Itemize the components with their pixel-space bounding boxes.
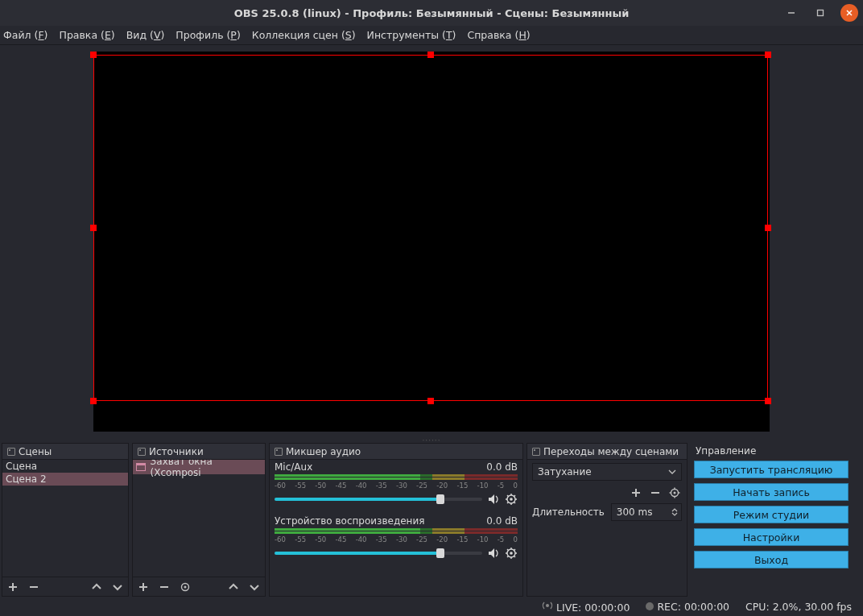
close-button[interactable] — [840, 4, 858, 22]
dock-row: Сцены СценаСцена 2 Источники Захват окна… — [0, 443, 863, 597]
mixer-channel: Устройство воспроизведения0.0 dB-60-55-5… — [275, 515, 518, 560]
vu-ticks: -60-55-50-45-40-35-30-25-20-15-10-50 — [275, 482, 518, 490]
remove-transition-button[interactable] — [648, 486, 663, 500]
handle-nw[interactable] — [90, 52, 97, 58]
preview-area[interactable] — [0, 45, 863, 438]
menu-scene-collection[interactable]: Коллекция сцен (S) — [252, 29, 356, 41]
volume-slider[interactable] — [275, 552, 482, 555]
controls-body: Запустить трансляциюНачать записьРежим с… — [691, 459, 852, 570]
scene-item[interactable]: Сцена 2 — [2, 473, 128, 486]
duration-label: Длительность — [532, 506, 605, 518]
preview-canvas[interactable] — [93, 52, 770, 432]
svg-point-25 — [510, 552, 513, 555]
svg-line-32 — [507, 556, 509, 558]
add-transition-button[interactable] — [629, 486, 643, 500]
selection-box[interactable] — [93, 55, 768, 401]
minimize-button[interactable] — [782, 4, 800, 22]
source-item[interactable]: Захват окна (Xcomposi — [133, 460, 265, 474]
dock-icon — [7, 448, 15, 456]
handle-se[interactable] — [765, 398, 771, 404]
svg-marker-23 — [489, 548, 494, 558]
menu-edit[interactable]: Правка (E) — [59, 29, 114, 41]
audio-mixer-title[interactable]: Микшер аудио — [270, 444, 522, 460]
menubar: Файл (F) Правка (E) Вид (V) Профиль (P) … — [0, 26, 863, 45]
scenes-dock: Сцены СценаСцена 2 — [2, 443, 129, 597]
move-scene-up-button[interactable] — [89, 580, 104, 594]
chevron-down-icon — [668, 469, 676, 474]
add-scene-button[interactable] — [6, 580, 20, 594]
handle-ne[interactable] — [765, 52, 771, 58]
svg-line-21 — [507, 502, 509, 504]
add-source-button[interactable] — [136, 580, 151, 594]
menu-help[interactable]: Справка (H) — [467, 29, 530, 41]
scenes-title[interactable]: Сцены — [2, 444, 128, 460]
dock-icon — [532, 448, 540, 456]
handle-e[interactable] — [765, 225, 771, 231]
spin-arrows[interactable] — [671, 508, 678, 516]
settings-button[interactable]: Настройки — [694, 528, 849, 546]
audio-mixer-dock: Микшер аудио Mic/Aux0.0 dB-60-55-50-45-4… — [269, 443, 523, 597]
remove-scene-button[interactable] — [27, 580, 41, 594]
sources-title[interactable]: Источники — [133, 444, 265, 460]
transition-select[interactable]: Затухание — [532, 463, 682, 481]
titlebar: OBS 25.0.8 (linux) - Профиль: Безымянный… — [0, 0, 863, 26]
menu-tools[interactable]: Инструменты (T) — [367, 29, 456, 41]
source-properties-button[interactable] — [178, 580, 192, 594]
channel-db: 0.0 dB — [486, 515, 518, 527]
gear-icon[interactable] — [505, 493, 518, 506]
exit-button[interactable]: Выход — [694, 551, 849, 568]
move-source-down-button[interactable] — [247, 580, 262, 594]
remove-source-button[interactable] — [157, 580, 171, 594]
scene-item[interactable]: Сцена — [2, 460, 128, 473]
duration-spinbox[interactable]: 300 ms — [611, 503, 682, 521]
source-label: Захват окна (Xcomposi — [151, 460, 262, 478]
window-title: OBS 25.0.8 (linux) - Профиль: Безымянный… — [234, 7, 630, 19]
svg-line-33 — [514, 549, 516, 551]
broadcast-icon — [542, 600, 553, 611]
gear-icon[interactable] — [505, 547, 518, 560]
controls-dock: Управление Запустить трансляциюНачать за… — [691, 443, 852, 597]
start-streaming-button[interactable]: Запустить трансляцию — [694, 461, 849, 478]
menu-profile[interactable]: Профиль (P) — [175, 29, 240, 41]
menu-view[interactable]: Вид (V) — [126, 29, 165, 41]
svg-line-30 — [507, 549, 509, 551]
svg-line-31 — [514, 556, 516, 558]
transitions-body: Затухание Длительность 300 ms — [527, 460, 687, 524]
volume-slider[interactable] — [275, 498, 482, 501]
channel-db: 0.0 dB — [486, 461, 518, 473]
sources-list[interactable]: Захват окна (Xcomposi — [133, 460, 265, 577]
svg-line-19 — [507, 495, 509, 497]
transition-selected-label: Затухание — [538, 466, 592, 478]
studio-mode-button[interactable]: Режим студии — [694, 506, 849, 523]
scenes-list[interactable]: СценаСцена 2 — [2, 460, 128, 577]
menu-file[interactable]: Файл (F) — [3, 29, 47, 41]
speaker-icon[interactable] — [487, 493, 500, 506]
maximize-button[interactable] — [811, 4, 829, 22]
controls-title: Управление — [691, 443, 852, 459]
vu-ticks: -60-55-50-45-40-35-30-25-20-15-10-50 — [275, 535, 518, 544]
speaker-icon[interactable] — [487, 547, 500, 560]
window-capture-icon — [136, 463, 146, 471]
window-controls — [782, 0, 858, 26]
svg-point-11 — [184, 585, 187, 588]
chevron-down-icon — [671, 512, 678, 516]
transitions-title[interactable]: Переходы между сценами — [527, 444, 687, 460]
move-scene-down-button[interactable] — [110, 580, 125, 594]
move-source-up-button[interactable] — [226, 580, 241, 594]
svg-point-43 — [546, 604, 549, 607]
handle-sw[interactable] — [90, 398, 97, 404]
scenes-toolbar — [2, 577, 128, 596]
vu-meter — [275, 528, 518, 535]
svg-point-38 — [674, 492, 676, 494]
statusbar: LIVE: 00:00:00 REC: 00:00:00 CPU: 2.0%, … — [0, 597, 863, 616]
transitions-toolbar — [532, 481, 682, 503]
transition-settings-button[interactable] — [667, 486, 682, 500]
svg-line-22 — [514, 495, 516, 497]
handle-n[interactable] — [427, 52, 434, 58]
handle-s[interactable] — [427, 398, 434, 404]
duration-row: Длительность 300 ms — [532, 503, 682, 521]
start-recording-button[interactable]: Начать запись — [694, 483, 849, 501]
handle-w[interactable] — [90, 225, 97, 231]
svg-rect-1 — [818, 10, 824, 16]
channel-name: Устройство воспроизведения — [275, 515, 424, 527]
